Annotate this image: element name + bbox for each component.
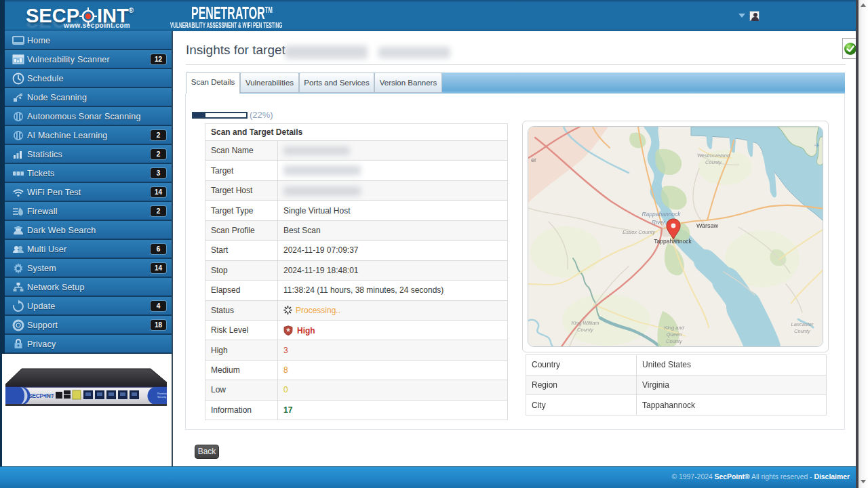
svg-text:Rappahannock: Rappahannock bbox=[642, 211, 681, 218]
svg-text:Queen: Queen bbox=[667, 331, 682, 338]
svg-text:County: County bbox=[577, 327, 594, 333]
svg-text:King William: King William bbox=[571, 320, 599, 326]
svg-text:Security: Security bbox=[157, 396, 166, 399]
svg-text:Lancaster: Lancaster bbox=[791, 321, 814, 327]
svg-text:Tappahannock: Tappahannock bbox=[654, 238, 692, 245]
svg-text:King and: King and bbox=[664, 325, 684, 331]
svg-text:er: er bbox=[531, 157, 536, 163]
svg-text:✈: ✈ bbox=[814, 142, 820, 149]
svg-text:River: River bbox=[652, 219, 666, 226]
svg-text:County: County bbox=[794, 328, 811, 334]
svg-text:County: County bbox=[705, 159, 722, 165]
svg-text:Warsaw: Warsaw bbox=[696, 222, 719, 229]
svg-text:Essex County: Essex County bbox=[623, 229, 656, 235]
svg-text:Westmoreland: Westmoreland bbox=[697, 152, 730, 159]
svg-text:County: County bbox=[666, 338, 683, 344]
svg-text:SECP•INT: SECP•INT bbox=[28, 392, 55, 399]
svg-text:Penetrator: Penetrator bbox=[157, 392, 167, 395]
